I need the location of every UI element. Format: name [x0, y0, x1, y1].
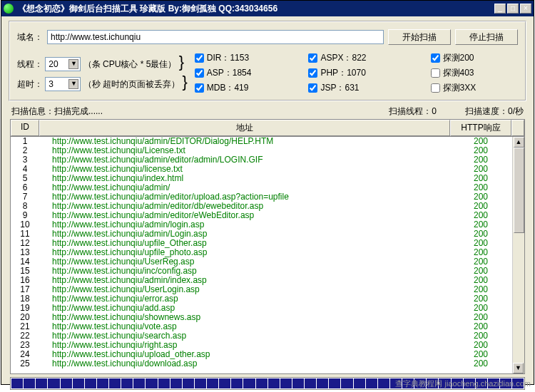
table-row[interactable]: 15http://www.test.ichunqiu/inc/config.as…	[11, 267, 524, 276]
table-row[interactable]: 7http://www.test.ichunqiu/admin/editor/u…	[11, 192, 524, 202]
progress-block	[256, 378, 268, 388]
close-button[interactable]: ×	[520, 4, 531, 14]
scroll-up-icon[interactable]: ▲	[514, 137, 524, 148]
results-grid: ID 地址 HTTP响应 ▲ ▼ 1http://www.test.ichunq…	[10, 119, 525, 374]
dropdown-icon: ▼	[68, 79, 78, 89]
timeout-label: 超时：	[17, 79, 43, 89]
table-row[interactable]: 5http://www.test.ichunqiu/index.html200	[11, 174, 524, 183]
url-input[interactable]	[47, 30, 384, 44]
timeout-hint: （秒 超时的页面被丢弃）	[83, 79, 180, 89]
probe403-check[interactable]: 探测403	[431, 67, 477, 79]
cell-url: http://www.test.ichunqiu/index.html	[39, 174, 450, 183]
scan-threads: 扫描线程：0	[389, 105, 437, 118]
table-row[interactable]: 23http://www.test.ichunqiu/right.asp200	[11, 341, 524, 350]
options-row: 线程： 20▼ （条 CPU核心 * 5最佳） } 超时： 3▼ （秒 超时的页…	[17, 52, 518, 94]
settings-panel: 域名： 开始扫描 停止扫描 线程： 20▼ （条 CPU核心 * 5最佳） } …	[9, 21, 526, 101]
table-row[interactable]: 20http://www.test.ichunqiu/shownews.asp2…	[11, 313, 524, 322]
cell-url: http://www.test.ichunqiu/admin/login.asp	[39, 220, 450, 229]
table-row[interactable]: 14http://www.test.ichunqiu/UserReg.asp20…	[11, 257, 524, 267]
table-row[interactable]: 21http://www.test.ichunqiu/vote.asp200	[11, 322, 524, 331]
dir-check[interactable]: DIR：1153	[195, 52, 252, 64]
scrollbar[interactable]: ▲ ▼	[512, 137, 524, 373]
cell-url: http://www.test.ichunqiu/upfile_Other.as…	[39, 239, 450, 248]
table-row[interactable]: 4http://www.test.ichunqiu/license.txt200	[11, 165, 524, 174]
scroll-thumb[interactable]	[514, 148, 524, 233]
progress-block	[158, 378, 170, 388]
scan-speed: 扫描速度：0/秒	[465, 105, 524, 118]
progress-block	[292, 378, 304, 388]
ext-col2: ASPX：822 PHP：1070 JSP：631	[308, 52, 366, 94]
table-row[interactable]: 1http://www.test.ichunqiu/admin/EDITOR/D…	[11, 137, 524, 146]
table-row[interactable]: 6http://www.test.ichunqiu/admin/200	[11, 183, 524, 192]
cell-url: http://www.test.ichunqiu/admin/EDITOR/Di…	[39, 137, 450, 146]
asp-check[interactable]: ASP：1854	[195, 67, 252, 79]
cell-url: http://www.test.ichunqiu/upload_other.as…	[39, 350, 450, 359]
progress-block	[268, 378, 280, 388]
maximize-button[interactable]: □	[507, 4, 519, 14]
jsp-check[interactable]: JSP：631	[308, 82, 366, 94]
cell-url: http://www.test.ichunqiu/UserLogin.asp	[39, 285, 450, 294]
cell-id: 25	[11, 359, 39, 368]
col-url[interactable]: 地址	[39, 120, 450, 136]
table-row[interactable]: 18http://www.test.ichunqiu/error.asp200	[11, 294, 524, 304]
progress-block	[48, 378, 59, 388]
table-row[interactable]: 3http://www.test.ichunqiu/admin/editor/a…	[11, 155, 524, 165]
col-resp[interactable]: HTTP响应	[450, 120, 511, 136]
scan-info: 扫描信息：扫描完成......	[11, 105, 103, 118]
progress-block	[354, 378, 365, 388]
threads-combo[interactable]: 20▼	[45, 57, 81, 71]
probe3xx-check[interactable]: 探测3XX	[431, 82, 477, 94]
cell-url: http://www.test.ichunqiu/admin/editor/ad…	[39, 155, 450, 165]
cell-url: http://www.test.ichunqiu/right.asp	[39, 341, 450, 350]
app-icon	[4, 4, 14, 14]
cell-url: http://www.test.ichunqiu/admin/editor/db…	[39, 202, 450, 211]
probe200-check[interactable]: 探测200	[431, 52, 477, 64]
aspx-check[interactable]: ASPX：822	[308, 52, 366, 64]
table-row[interactable]: 10http://www.test.ichunqiu/admin/login.a…	[11, 220, 524, 229]
start-scan-button[interactable]: 开始扫描	[388, 29, 451, 45]
col-id[interactable]: ID	[11, 120, 39, 136]
dropdown-icon: ▼	[68, 59, 78, 69]
progress-block	[24, 378, 35, 388]
progress-block	[133, 378, 145, 388]
table-row[interactable]: 12http://www.test.ichunqiu/upfile_Other.…	[11, 239, 524, 248]
app-window: 《想念初恋》御剑后台扫描工具 珍藏版 By:御剑孤独 QQ:343034656 …	[1, 0, 534, 385]
table-row[interactable]: 17http://www.test.ichunqiu/UserLogin.asp…	[11, 285, 524, 294]
content-area: 域名： 开始扫描 停止扫描 线程： 20▼ （条 CPU核心 * 5最佳） } …	[1, 16, 534, 392]
window-buttons: _ □ ×	[494, 4, 531, 14]
status-bar: 扫描信息：扫描完成...... 扫描线程：0 扫描速度：0/秒	[9, 104, 526, 119]
table-row[interactable]: 11http://www.test.ichunqiu/admin/Login.a…	[11, 229, 524, 239]
progress-block	[73, 378, 84, 388]
cell-url: http://www.test.ichunqiu/add.asp	[39, 304, 450, 313]
progress-block	[378, 378, 389, 388]
table-row[interactable]: 16http://www.test.ichunqiu/admin/index.a…	[11, 276, 524, 285]
probe-col: 探测200 探测403 探测3XX	[431, 52, 477, 94]
php-check[interactable]: PHP：1070	[308, 67, 366, 79]
table-row[interactable]: 25http://www.test.ichunqiu/download.asp2…	[11, 359, 524, 368]
cell-url: http://www.test.ichunqiu/upfile_photo.as…	[39, 248, 450, 257]
brace-icon: }	[179, 53, 184, 71]
cell-resp: 200	[450, 359, 511, 368]
table-row[interactable]: 24http://www.test.ichunqiu/upload_other.…	[11, 350, 524, 359]
grid-body[interactable]: ▲ ▼ 1http://www.test.ichunqiu/admin/EDIT…	[11, 137, 524, 373]
progress-block	[219, 378, 230, 388]
mdb-check[interactable]: MDB：419	[195, 82, 252, 94]
table-row[interactable]: 9http://www.test.ichunqiu/admin/editor/e…	[11, 211, 524, 220]
table-row[interactable]: 22http://www.test.ichunqiu/search.asp200	[11, 331, 524, 341]
table-row[interactable]: 19http://www.test.ichunqiu/add.asp200	[11, 304, 524, 313]
table-row[interactable]: 2http://www.test.ichunqiu/License.txt200	[11, 146, 524, 155]
progress-block	[61, 378, 72, 388]
threads-label: 线程：	[17, 59, 43, 69]
progress-block	[11, 378, 23, 388]
table-row[interactable]: 13http://www.test.ichunqiu/upfile_photo.…	[11, 248, 524, 257]
domain-label: 域名：	[17, 31, 43, 43]
timeout-row: 超时： 3▼ （秒 超时的页面被丢弃） }	[17, 76, 188, 91]
progress-block	[195, 378, 206, 388]
timeout-combo[interactable]: 3▼	[45, 77, 81, 91]
scroll-down-icon[interactable]: ▼	[513, 363, 524, 373]
minimize-button[interactable]: _	[494, 4, 506, 14]
watermark: 查字典教程网 jiaocheng.chazidian.com	[395, 378, 531, 389]
table-row[interactable]: 8http://www.test.ichunqiu/admin/editor/d…	[11, 202, 524, 211]
stop-scan-button[interactable]: 停止扫描	[455, 29, 518, 45]
progress-block	[97, 378, 108, 388]
